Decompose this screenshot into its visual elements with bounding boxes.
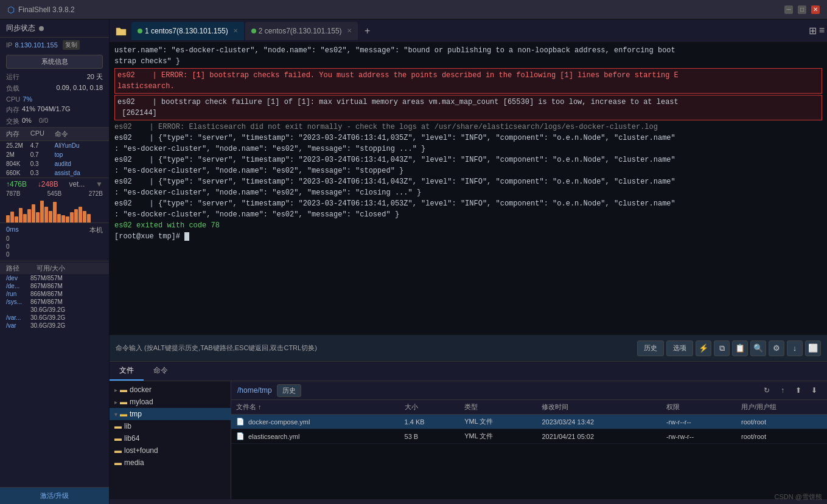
traffic-bar-segment xyxy=(36,212,40,223)
minimize-button[interactable]: ─ xyxy=(784,5,793,14)
right-panel: 1 centos7(8.130.101.155) ✕ 2 centos7(8.1… xyxy=(110,19,827,504)
fullscreen-button[interactable]: ⬜ xyxy=(805,340,821,356)
swap-value: 0% xyxy=(22,117,32,126)
sidebar: 同步状态 IP 8.130.101.155 复制 系统信息 运行 20 天 负载… xyxy=(0,19,110,504)
net-up: ↑476B xyxy=(6,180,27,188)
file-size-0: 1.4 KB xyxy=(400,415,460,429)
file-col-name[interactable]: 文件名 ↑ xyxy=(231,400,400,415)
term-line-11: es02 | {"type": "server", "timestamp": "… xyxy=(114,176,822,187)
tab-2-close[interactable]: ✕ xyxy=(347,27,352,34)
cpu-row: CPU 7% xyxy=(0,94,109,104)
tab-2-dot xyxy=(251,29,256,33)
disk-size-3: 867M/867M xyxy=(30,299,63,305)
proc-cpu-0: 4.7 xyxy=(30,142,55,149)
folder-icon: ▬ xyxy=(114,446,122,455)
term-line-6: es02 | ERROR: Elasticsearch did not exit… xyxy=(114,122,822,133)
traffic-val-0: 787B xyxy=(6,190,20,197)
file-refresh-button[interactable]: ↻ xyxy=(760,384,773,397)
file-row[interactable]: 📄 docker-compose.yml 1.4 KB YML 文件 2023/… xyxy=(231,415,827,429)
lightning-button[interactable]: ⚡ xyxy=(696,340,711,356)
paste-button[interactable]: 📋 xyxy=(732,340,748,356)
terminal-cursor xyxy=(184,232,189,241)
cmd-buttons: 历史 选项 ⚡ ⧉ 📋 🔍 ⚙ ↓ ⬜ xyxy=(637,340,821,356)
tab-2[interactable]: 2 centos7(8.130.101.155) ✕ xyxy=(245,22,358,40)
file-col-modified[interactable]: 修改时间 xyxy=(537,400,661,415)
upgrade-button[interactable]: 激活/升级 xyxy=(0,487,109,504)
bottom-tabs: 文件 命令 xyxy=(110,362,827,381)
proc-cpu-2: 0.3 xyxy=(30,161,55,167)
file-col-perms[interactable]: 权限 xyxy=(661,400,736,415)
search-button[interactable]: 🔍 xyxy=(750,340,766,356)
tab-2-label: 2 centos7(8.130.101.155) xyxy=(259,27,342,35)
file-modified-1: 2021/04/21 05:02 xyxy=(537,429,661,444)
traffic-bar-segment xyxy=(44,207,48,223)
tree-label-lib: lib xyxy=(124,422,131,430)
copy-ip-button[interactable]: 复制 xyxy=(63,40,80,50)
file-col-size[interactable]: 大小 xyxy=(400,400,460,415)
ip-value: 8.130.101.155 xyxy=(15,41,57,49)
grid-icon[interactable]: ⊞ xyxy=(809,25,817,36)
tree-item-media[interactable]: ▬ media xyxy=(110,457,231,469)
window-controls: ─ □ ✕ xyxy=(784,5,820,14)
maximize-button[interactable]: □ xyxy=(798,5,806,14)
net-down: ↓248B xyxy=(38,180,58,188)
settings-button[interactable]: ⚙ xyxy=(769,340,784,356)
history-button[interactable]: 历史 xyxy=(637,340,664,356)
tree-item-tmp[interactable]: ▾ ▬ tmp xyxy=(110,408,231,420)
file-up-button[interactable]: ↑ xyxy=(776,384,789,397)
term-line-9: es02 | {"type": "server", "timestamp": "… xyxy=(114,154,822,165)
tree-label-lostfound: lost+found xyxy=(124,446,158,455)
close-button[interactable]: ✕ xyxy=(811,5,820,14)
copy-terminal-button[interactable]: ⧉ xyxy=(714,340,730,356)
bottom-tab-commands[interactable]: 命令 xyxy=(144,362,178,381)
tree-item-lib[interactable]: ▬ lib xyxy=(110,420,231,432)
proc-mem-3: 660K xyxy=(6,170,30,176)
file-table-header-row: 文件名 ↑ 大小 类型 修改时间 权限 用户/用户组 xyxy=(231,400,827,415)
tree-item-docker[interactable]: ▸ ▬ docker xyxy=(110,384,231,396)
folder-icon: ▬ xyxy=(120,398,127,406)
term-line-12: : "es-docker-cluster", "node.name": "es0… xyxy=(114,187,822,198)
tree-item-myload[interactable]: ▸ ▬ myload xyxy=(110,396,231,408)
fullscreen-icon: ⬜ xyxy=(808,343,818,353)
file-perms-0: -rw-r--r-- xyxy=(661,415,736,429)
cpu-label: CPU xyxy=(6,95,20,103)
runtime-value: 20 天 xyxy=(87,72,103,81)
term-line-16: [root@xue tmp]# xyxy=(114,231,822,242)
net-dropdown-icon[interactable]: ▼ xyxy=(96,180,103,188)
ping-extra2: 0 xyxy=(6,243,103,250)
file-row[interactable]: 📄 elasticsearch.yml 53 B YML 文件 2021/04/… xyxy=(231,429,827,444)
ping-extra: 0 xyxy=(6,235,103,243)
traffic-bar-segment xyxy=(70,212,74,223)
traffic-bar-segment xyxy=(79,207,82,223)
folder-button[interactable] xyxy=(112,22,130,40)
bottom-tab-files[interactable]: 文件 xyxy=(110,362,144,381)
options-button[interactable]: 选项 xyxy=(666,340,693,356)
load-row: 负载 0.09, 0.10, 0.18 xyxy=(0,83,109,94)
sysinfo-button[interactable]: 系统信息 xyxy=(6,55,103,69)
file-history-button[interactable]: 历史 xyxy=(277,384,301,397)
menu-icon[interactable]: ≡ xyxy=(819,25,825,36)
paste-icon: 📋 xyxy=(735,343,745,353)
tab-1-close[interactable]: ✕ xyxy=(233,27,238,34)
file-col-type[interactable]: 类型 xyxy=(459,400,537,415)
file-download-file-button[interactable]: ⬇ xyxy=(808,384,821,397)
download-button[interactable]: ↓ xyxy=(787,340,803,356)
tree-item-lostfound[interactable]: ▬ lost+found xyxy=(110,444,231,457)
tab-add-button[interactable]: + xyxy=(359,22,376,40)
proc-header-cpu: CPU xyxy=(30,129,55,139)
file-type-1: YML 文件 xyxy=(459,429,537,444)
disk-col-size: 可用/大小 xyxy=(37,264,65,273)
file-upload-button[interactable]: ⬆ xyxy=(792,384,805,397)
tree-item-lib64[interactable]: ▬ lib64 xyxy=(110,432,231,444)
proc-mem-2: 804K xyxy=(6,161,30,167)
cpu-value: 7% xyxy=(23,95,32,103)
tab-1[interactable]: 1 centos7(8.130.101.155) ✕ xyxy=(131,22,244,40)
disk-col-path: 路径 xyxy=(6,264,37,273)
tree-label-media: media xyxy=(124,458,144,467)
file-table: 文件名 ↑ 大小 类型 修改时间 权限 用户/用户组 📄 d xyxy=(231,400,827,444)
file-browser: ▸ ▬ docker ▸ ▬ myload ▾ ▬ tmp xyxy=(110,381,827,499)
proc-row-1: 2M 0.7 top xyxy=(0,150,109,159)
disk-size-6: 30.6G/39.2G xyxy=(30,322,65,329)
terminal[interactable]: uster.name": "es-docker-cluster", "node.… xyxy=(110,43,827,334)
file-col-owner[interactable]: 用户/用户组 xyxy=(736,400,827,415)
